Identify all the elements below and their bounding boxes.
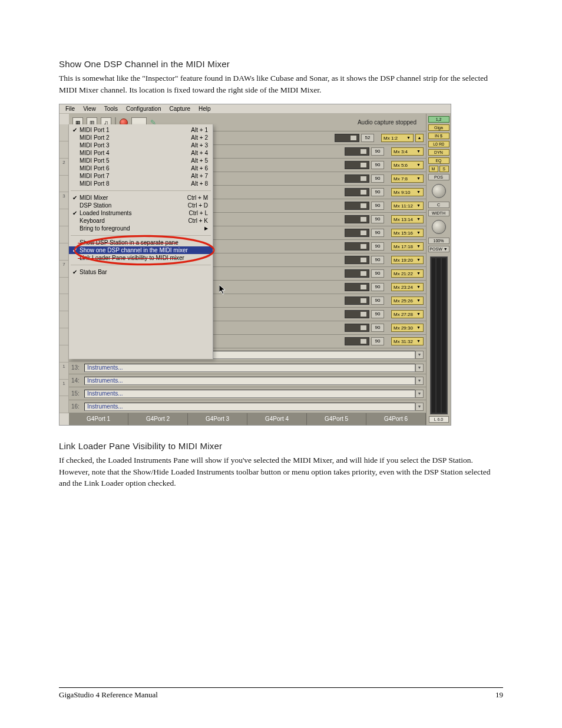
- pan-control[interactable]: [345, 310, 369, 318]
- instrument-field[interactable]: Instruments...: [84, 364, 415, 372]
- menu-opt-0[interactable]: Show DSP Station in a separate pane: [69, 239, 213, 246]
- menu-help[interactable]: Help: [199, 106, 211, 112]
- section-heading-1: Show One DSP Channel in the MIDI Mixer: [59, 59, 503, 69]
- menu-view-item-1[interactable]: DSP StationCtrl + D: [69, 202, 213, 209]
- dropdown-caret-icon[interactable]: ▼: [415, 351, 424, 359]
- pan-control[interactable]: [345, 188, 369, 196]
- routing-button[interactable]: Mx 31:32 ▼: [391, 337, 424, 345]
- routing-button[interactable]: Mx 9:10 ▼: [391, 188, 424, 196]
- pan-control[interactable]: [345, 161, 369, 169]
- menu-midi-port-5[interactable]: MIDI Port 5Alt + 5: [69, 157, 213, 164]
- pan-control[interactable]: [345, 174, 369, 183]
- dropdown-caret-icon: ▼: [406, 134, 411, 141]
- dsp-percent: 100%: [428, 238, 449, 244]
- value-readout: 90: [371, 229, 384, 237]
- routing-button[interactable]: Mx 19:20 ▼: [391, 256, 424, 264]
- menu-view[interactable]: View: [83, 106, 96, 112]
- dsp-label-dyn[interactable]: DYN: [428, 149, 449, 156]
- menu-label: MIDI Port 6: [80, 165, 191, 172]
- routing-button[interactable]: Mx 23:24 ▼: [391, 283, 424, 291]
- pan-control[interactable]: [345, 337, 369, 345]
- knob-icon[interactable]: [432, 220, 446, 234]
- status-text: Audio capture stopped: [358, 119, 416, 126]
- menu-midi-port-7[interactable]: MIDI Port 7Alt + 7: [69, 172, 213, 180]
- dsp-solo-button[interactable]: S: [439, 166, 449, 172]
- port-tabs: G4Port 1 G4Port 2 G4Port 3 G4Port 4 G4Po…: [69, 413, 426, 425]
- value-readout: 90: [371, 324, 384, 332]
- dropdown-caret-icon[interactable]: ▼: [415, 390, 424, 398]
- dsp-label-ins[interactable]: IN $: [428, 133, 449, 139]
- menu-shortcut: Alt + 8: [191, 180, 208, 187]
- pan-control[interactable]: [335, 134, 359, 142]
- scroll-up-icon[interactable]: ▲: [415, 134, 424, 142]
- menu-opt-2[interactable]: Link Loader Pane visibility to MIDI mixe…: [69, 254, 213, 262]
- strikethrough-icon: [78, 258, 177, 259]
- menu-view-item-2[interactable]: ✔Loaded InstrumentsCtrl + L: [69, 209, 213, 217]
- port-tab-4[interactable]: G4Port 4: [247, 413, 307, 425]
- menu-capture[interactable]: Capture: [169, 106, 190, 112]
- menu-view-item-0[interactable]: ✔MIDI MixerCtrl + M: [69, 194, 213, 202]
- routing-button[interactable]: Mx 5:6 ▼: [391, 161, 424, 169]
- menu-midi-port-1[interactable]: ✔MIDI Port 1Alt + 1: [69, 126, 213, 134]
- routing-button[interactable]: Mx 11:12 ▼: [391, 202, 424, 210]
- routing-button[interactable]: Mx 1:2 ▼: [381, 134, 414, 142]
- menu-view-item-3[interactable]: KeyboardCtrl + K: [69, 217, 213, 225]
- port-tab-3[interactable]: G4Port 3: [188, 413, 247, 425]
- pan-control[interactable]: [345, 229, 369, 237]
- dsp-pos-label: POS: [428, 174, 449, 180]
- instrument-field[interactable]: Instruments...: [84, 390, 415, 398]
- pan-control[interactable]: [345, 324, 369, 332]
- routing-button[interactable]: Mx 21:22 ▼: [391, 269, 424, 278]
- dsp-label-eq[interactable]: EQ: [428, 157, 449, 164]
- menu-file[interactable]: File: [65, 106, 75, 112]
- strikethrough-icon: [78, 243, 177, 243]
- level-meter: [430, 256, 448, 414]
- port-tab-2[interactable]: G4Port 2: [128, 413, 188, 425]
- dropdown-caret-icon[interactable]: ▼: [415, 403, 424, 411]
- routing-button[interactable]: Mx 7:8 ▼: [391, 174, 424, 183]
- dropdown-caret-icon[interactable]: ▼: [415, 364, 424, 372]
- menu-midi-port-4[interactable]: MIDI Port 4Alt + 4: [69, 149, 213, 157]
- value-readout: 90: [371, 174, 384, 183]
- knob-icon[interactable]: [432, 184, 446, 198]
- port-tab-6[interactable]: G4Port 6: [366, 413, 426, 425]
- menu-midi-port-6[interactable]: MIDI Port 6Alt + 6: [69, 164, 213, 172]
- port-tab-5[interactable]: G4Port 5: [307, 413, 366, 425]
- pan-control[interactable]: [345, 283, 369, 291]
- dsp-posw[interactable]: POSW ▼: [428, 246, 449, 252]
- dsp-label-giga[interactable]: Giga: [428, 124, 449, 131]
- instrument-index: 16:: [71, 403, 84, 410]
- pan-control[interactable]: [345, 242, 369, 251]
- dsp-mute-button[interactable]: M: [429, 166, 438, 172]
- pan-control[interactable]: [345, 297, 369, 305]
- routing-button[interactable]: Mx 25:26 ▼: [391, 297, 424, 305]
- menu-configuration[interactable]: Configuration: [126, 106, 161, 112]
- pan-control[interactable]: [345, 147, 369, 156]
- menu-midi-port-2[interactable]: MIDI Port 2Alt + 2: [69, 134, 213, 141]
- menu-status-bar[interactable]: ✔ Status Bar: [69, 268, 213, 276]
- dropdown-caret-icon: ▼: [416, 148, 421, 155]
- instrument-field[interactable]: Instruments...: [84, 403, 415, 411]
- dropdown-caret-icon: ▼: [416, 284, 421, 291]
- app-screenshot: File View Tools Configuration Capture He…: [59, 104, 451, 426]
- pan-control[interactable]: [345, 202, 369, 210]
- port-tab-1[interactable]: G4Port 1: [69, 413, 128, 425]
- dropdown-caret-icon[interactable]: ▼: [415, 377, 424, 385]
- pan-control[interactable]: [345, 256, 369, 264]
- page-footer: GigaStudio 4 Reference Manual 19: [59, 687, 503, 700]
- menu-opt-1[interactable]: ✔Show one DSP channel in the MIDI mixer: [69, 246, 213, 254]
- pan-control[interactable]: [345, 215, 369, 223]
- routing-button[interactable]: Mx 29:30 ▼: [391, 324, 424, 332]
- routing-button[interactable]: Mx 3:4 ▼: [391, 147, 424, 156]
- instrument-field[interactable]: Instruments...: [84, 377, 415, 385]
- menu-midi-port-3[interactable]: MIDI Port 3Alt + 3: [69, 141, 213, 149]
- menu-view-item-4[interactable]: Bring to foreground▶: [69, 225, 213, 232]
- pan-control[interactable]: [345, 269, 369, 278]
- routing-button[interactable]: Mx 27:28 ▼: [391, 310, 424, 318]
- dsp-label-l0r0[interactable]: L0 R0: [428, 141, 449, 147]
- menu-midi-port-8[interactable]: MIDI Port 8Alt + 8: [69, 180, 213, 187]
- routing-button[interactable]: Mx 17:18 ▼: [391, 242, 424, 251]
- menu-tools[interactable]: Tools: [104, 106, 118, 112]
- routing-button[interactable]: Mx 13:14 ▼: [391, 215, 424, 223]
- routing-button[interactable]: Mx 15:16 ▼: [391, 229, 424, 237]
